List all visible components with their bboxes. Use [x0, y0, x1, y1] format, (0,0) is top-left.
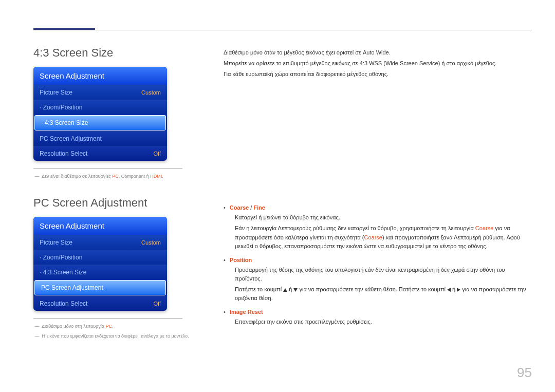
- osd-menu-1: Screen Adjustment Picture Size Custom · …: [33, 67, 167, 161]
- title-sep: /: [249, 204, 253, 211]
- triangle-up-icon: [283, 288, 287, 292]
- bullet-body: Προσαρμογή της θέσης της οθόνης του υπολ…: [224, 266, 532, 303]
- bullet-position: • Position: [224, 256, 532, 265]
- osd-label: · Zoom/Position: [40, 104, 82, 111]
- bullet-image-reset: • Image Reset: [224, 308, 532, 316]
- bullet-icon: •: [224, 203, 226, 212]
- bullet-coarse-fine: • Coarse / Fine: [224, 203, 532, 212]
- body-text: Καταργεί ή μειώνει το θόρυβο της εικόνας…: [235, 213, 532, 222]
- body-text: Προσαρμογή της θέσης της οθόνης του υπολ…: [235, 266, 532, 283]
- osd-row-4-3-screen-size[interactable]: · 4:3 Screen Size: [34, 115, 166, 130]
- bullet-title: Position: [230, 256, 252, 265]
- osd-header: Screen Adjustment: [33, 217, 167, 235]
- footnote-hdmi: HDMI: [150, 174, 162, 179]
- bullet-body: Επαναφέρει την εικόνα στις προεπιλεγμένε…: [224, 318, 532, 326]
- footnote-pc: PC: [106, 324, 113, 329]
- footnote-text: , Component ή: [119, 174, 151, 179]
- left-column: 4:3 Screen Size Screen Adjustment Pictur…: [33, 46, 203, 182]
- osd-row-resolution-select[interactable]: Resolution Select Off: [33, 146, 167, 161]
- bullet-body: Καταργεί ή μειώνει το θόρυβο της εικόνας…: [224, 213, 532, 250]
- footnote-text: Η εικόνα που εμφανίζεται ενδέχεται να δι…: [42, 333, 189, 339]
- osd-value: Off: [154, 151, 161, 157]
- footnote-text: Διαθέσιμο μόνο στη λειτουργία: [42, 324, 105, 329]
- osd-menu-2: Screen Adjustment Picture Size Custom · …: [33, 217, 167, 311]
- title-fine: Fine: [253, 204, 265, 211]
- osd-label: Resolution Select: [40, 150, 87, 157]
- body-text: Εάν η λειτουργία Λεπτομερούς ρύθμισης δε…: [235, 224, 532, 250]
- osd-label: Resolution Select: [40, 300, 87, 307]
- osd-label: PC Screen Adjustment: [40, 135, 102, 142]
- osd-row-zoom-position[interactable]: · Zoom/Position: [33, 100, 167, 115]
- osd-value: Custom: [141, 239, 161, 246]
- footnote-text: .: [112, 324, 114, 329]
- osd-label: Picture Size: [40, 239, 72, 246]
- osd-row-pc-screen-adjustment[interactable]: PC Screen Adjustment: [33, 131, 167, 146]
- divider: [33, 168, 182, 169]
- body-text: Επαναφέρει την εικόνα στις προεπιλεγμένε…: [235, 318, 532, 326]
- body-text: Διαθέσιμο μόνο όταν το μέγεθος εικόνας έ…: [224, 48, 532, 57]
- osd-value: Off: [154, 301, 161, 307]
- body-text: Για κάθε ευρωπαϊκή χώρα απαιτείται διαφο…: [224, 70, 532, 79]
- osd-row-zoom-position[interactable]: · Zoom/Position: [33, 250, 167, 265]
- footnote: ― Η εικόνα που εμφανίζεται ενδέχεται να …: [33, 332, 203, 340]
- osd-row-picture-size[interactable]: Picture Size Custom: [33, 235, 167, 250]
- body-text: Μπορείτε να ορίσετε το επιθυμητό μέγεθος…: [224, 59, 532, 68]
- bullet-title: Image Reset: [230, 308, 263, 316]
- osd-header: Screen Adjustment: [33, 67, 167, 85]
- footnote-text: Δεν είναι διαθέσιμο σε λειτουργίες: [42, 174, 112, 179]
- page-number: 95: [517, 365, 532, 381]
- footnote-text: .: [162, 174, 163, 179]
- footnote-pc: PC: [112, 174, 119, 179]
- section-4-3-screen-size: 4:3 Screen Size Screen Adjustment Pictur…: [33, 46, 532, 182]
- osd-value: Custom: [141, 89, 161, 96]
- bullet-title: Coarse / Fine: [230, 203, 265, 212]
- osd-label: · 4:3 Screen Size: [41, 119, 88, 126]
- osd-row-picture-size[interactable]: Picture Size Custom: [33, 85, 167, 100]
- osd-label: Picture Size: [40, 89, 72, 96]
- osd-label: · 4:3 Screen Size: [40, 269, 86, 276]
- triangle-left-icon: [447, 288, 451, 292]
- section-title: 4:3 Screen Size: [33, 46, 203, 60]
- bullet-icon: •: [224, 308, 226, 316]
- bullet-icon: •: [224, 256, 226, 265]
- footnote: ― Δεν είναι διαθέσιμο σε λειτουργίες PC,…: [33, 173, 203, 180]
- section-title: PC Screen Adjustment: [33, 196, 203, 210]
- osd-row-4-3-screen-size[interactable]: · 4:3 Screen Size: [33, 265, 167, 279]
- osd-row-resolution-select[interactable]: Resolution Select Off: [33, 296, 167, 311]
- osd-row-pc-screen-adjustment[interactable]: PC Screen Adjustment: [34, 280, 166, 295]
- left-column: PC Screen Adjustment Screen Adjustment P…: [33, 196, 203, 342]
- osd-label: PC Screen Adjustment: [41, 284, 103, 291]
- page-content: 4:3 Screen Size Screen Adjustment Pictur…: [33, 46, 532, 342]
- divider: [33, 318, 182, 319]
- section-pc-screen-adjustment: PC Screen Adjustment Screen Adjustment P…: [33, 196, 532, 342]
- osd-label: · Zoom/Position: [40, 254, 82, 261]
- right-column: • Coarse / Fine Καταργεί ή μειώνει το θό…: [224, 196, 532, 328]
- right-column: Διαθέσιμο μόνο όταν το μέγεθος εικόνας έ…: [224, 46, 532, 81]
- header-rule: [33, 30, 532, 30]
- body-text: Πατήστε το κουμπί ή για να προσαρμόσετε …: [235, 285, 532, 303]
- footnote: ― Διαθέσιμο μόνο στη λειτουργία PC.: [33, 323, 203, 330]
- title-coarse: Coarse: [230, 204, 249, 211]
